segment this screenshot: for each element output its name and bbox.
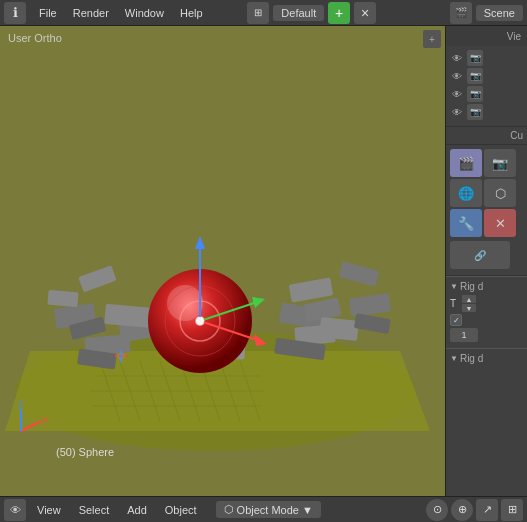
main-layout: User Ortho + — [0, 26, 527, 496]
panel-btn-link[interactable]: 🔗 — [450, 241, 510, 269]
viewport-area[interactable]: User Ortho + — [0, 26, 445, 496]
viewport-label: User Ortho — [8, 32, 62, 44]
bottom-bar: 👁 View Select Add Object ⬡ Object Mode ▼… — [0, 496, 527, 522]
rigid-triangle-2: ▼ — [450, 354, 458, 363]
panel-icons-row-1: 🎬 📷 — [450, 149, 523, 177]
panel-btn-scene[interactable]: 📷 — [484, 149, 516, 177]
rigid-section-2: ▼ Rig d — [446, 348, 527, 371]
axis-indicator: X Z — [16, 401, 56, 441]
svg-point-42 — [196, 317, 204, 325]
svg-line-46 — [21, 421, 41, 431]
t-stepper[interactable]: ▲ ▼ — [462, 295, 476, 312]
stepper-up[interactable]: ▲ — [462, 295, 476, 303]
svg-point-32 — [167, 285, 203, 321]
rigid-text-2: Rig d — [460, 353, 483, 364]
panel-btn-close[interactable]: ✕ — [484, 209, 516, 237]
svg-rect-24 — [319, 317, 359, 341]
rigid-checkbox-row: ✓ — [450, 314, 523, 326]
eye-icon-2[interactable]: 👁 — [450, 69, 464, 83]
rigid-t-row: T ▲ ▼ — [450, 295, 523, 312]
info-icon[interactable]: ℹ — [4, 2, 26, 24]
panel-btn-render[interactable]: 🎬 — [450, 149, 482, 177]
eye-icon-3[interactable]: 👁 — [450, 87, 464, 101]
svg-rect-29 — [289, 277, 333, 302]
object-name-label: (50) Sphere — [56, 446, 114, 458]
object-mode-icon: ⬡ — [224, 503, 234, 516]
scene-3d — [0, 26, 445, 496]
rigid-number-row: 1 — [450, 328, 523, 342]
rigid-t-label: T — [450, 298, 460, 309]
engine-icon[interactable]: 🎬 — [450, 2, 472, 24]
panel-icon-btn-1[interactable]: 📷 — [467, 50, 483, 66]
bottom-menu-select[interactable]: Select — [72, 502, 117, 518]
object-mode-label: Object Mode — [237, 504, 299, 516]
vis-row-1: 👁 📷 — [450, 50, 523, 66]
panel-buttons-section: 🎬 📷 🌐 ⬡ 🔧 ✕ 🔗 — [446, 145, 527, 276]
scene-label[interactable]: Scene — [476, 5, 523, 21]
panel-icon-btn-4[interactable]: 📷 — [467, 104, 483, 120]
panel-icons-row-2: 🌐 ⬡ — [450, 179, 523, 207]
bottom-view-icon[interactable]: 👁 — [4, 499, 26, 521]
panel-btn-mod[interactable]: 🔧 — [450, 209, 482, 237]
snap-btn[interactable]: ⊕ — [451, 499, 473, 521]
menu-help[interactable]: Help — [173, 5, 210, 21]
right-panel: Vie 👁 📷 👁 📷 👁 📷 👁 📷 Cu — [445, 26, 527, 496]
top-center-area: ⊞ Default + × — [247, 2, 376, 24]
link-icon-row: 🔗 — [450, 239, 523, 271]
svg-rect-19 — [104, 304, 156, 328]
object-mode-button[interactable]: ⬡ Object Mode ▼ — [216, 501, 321, 518]
rigid-checkbox[interactable]: ✓ — [450, 314, 462, 326]
top-right-area: 🎬 Scene — [450, 2, 523, 24]
bottom-sq-btn-1[interactable]: ↗ — [476, 499, 498, 521]
bottom-menu-view[interactable]: View — [30, 502, 68, 518]
svg-marker-37 — [195, 236, 205, 249]
proportional-edit-btn[interactable]: ⊙ — [426, 499, 448, 521]
bottom-menu-object[interactable]: Object — [158, 502, 204, 518]
menu-file[interactable]: File — [32, 5, 64, 21]
add-layout-icon[interactable]: + — [328, 2, 350, 24]
close-layout-icon[interactable]: × — [354, 2, 376, 24]
svg-rect-25 — [349, 293, 391, 316]
svg-marker-39 — [252, 297, 265, 308]
rigid-section-1: ▼ Rig d T ▲ ▼ ✓ 1 — [446, 276, 527, 348]
viewport-corner-button[interactable]: + — [423, 30, 441, 48]
svg-rect-14 — [47, 290, 78, 308]
view-label: Vie — [507, 31, 521, 42]
panel-icon-btn-3[interactable]: 📷 — [467, 86, 483, 102]
svg-rect-28 — [339, 261, 380, 286]
rigid-number-field[interactable]: 1 — [450, 328, 478, 342]
vis-row-4: 👁 📷 — [450, 104, 523, 120]
object-mode-arrow: ▼ — [302, 504, 313, 516]
layout-icon[interactable]: ⊞ — [247, 2, 269, 24]
menu-window[interactable]: Window — [118, 5, 171, 21]
layout-name[interactable]: Default — [273, 5, 324, 21]
top-menu-bar: ℹ File Render Window Help ⊞ Default + × … — [0, 0, 527, 26]
eye-icon-4[interactable]: 👁 — [450, 105, 464, 119]
panel-icon-btn-2[interactable]: 📷 — [467, 68, 483, 84]
eye-icon-1[interactable]: 👁 — [450, 51, 464, 65]
panel-btn-obj[interactable]: ⬡ — [484, 179, 516, 207]
panel-btn-world[interactable]: 🌐 — [450, 179, 482, 207]
vis-row-3: 👁 📷 — [450, 86, 523, 102]
svg-text:X: X — [42, 415, 48, 425]
svg-rect-26 — [354, 313, 391, 334]
panel-icons-row-3: 🔧 ✕ — [450, 209, 523, 237]
stepper-down[interactable]: ▼ — [462, 304, 476, 312]
vis-row-2: 👁 📷 — [450, 68, 523, 84]
bottom-menu-add[interactable]: Add — [120, 502, 154, 518]
right-panel-header: Vie — [446, 26, 527, 46]
menu-render[interactable]: Render — [66, 5, 116, 21]
bottom-sq-btn-2[interactable]: ⊞ — [501, 499, 523, 521]
svg-rect-27 — [78, 265, 116, 292]
visibility-section: 👁 📷 👁 📷 👁 📷 👁 📷 — [446, 46, 527, 127]
svg-text:Z: Z — [18, 401, 24, 409]
rigid-text-1: Rig d — [460, 281, 483, 292]
bottom-right-area: ⊙ ⊕ ↗ ⊞ — [426, 499, 523, 521]
rigid-label-1: ▼ Rig d — [450, 281, 523, 292]
cu-label: Cu — [446, 127, 527, 145]
top-menus: File Render Window Help — [32, 5, 210, 21]
rigid-label-2: ▼ Rig d — [450, 353, 523, 364]
rigid-triangle-1: ▼ — [450, 282, 458, 291]
